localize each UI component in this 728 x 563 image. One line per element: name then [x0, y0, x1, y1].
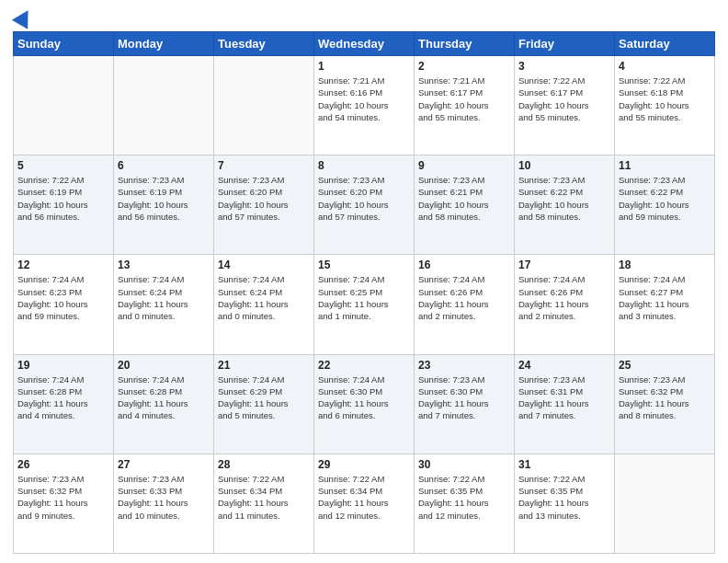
cell-info: Sunrise: 7:24 AM Sunset: 6:25 PM Dayligh… [318, 273, 410, 322]
cell-info: Sunrise: 7:23 AM Sunset: 6:30 PM Dayligh… [418, 373, 510, 422]
calendar-cell [114, 56, 214, 155]
calendar-cell: 10Sunrise: 7:23 AM Sunset: 6:22 PM Dayli… [515, 155, 615, 255]
day-number: 13 [118, 259, 210, 271]
calendar-cell: 31Sunrise: 7:22 AM Sunset: 6:35 PM Dayli… [515, 454, 615, 553]
calendar-cell: 21Sunrise: 7:24 AM Sunset: 6:29 PM Dayli… [214, 354, 314, 454]
day-header-saturday: Saturday [615, 32, 715, 56]
day-number: 9 [418, 159, 510, 172]
cell-info: Sunrise: 7:23 AM Sunset: 6:21 PM Dayligh… [418, 174, 510, 223]
day-number: 31 [518, 458, 610, 471]
calendar-cell: 17Sunrise: 7:24 AM Sunset: 6:26 PM Dayli… [515, 255, 615, 354]
calendar-cell: 1Sunrise: 7:21 AM Sunset: 6:16 PM Daylig… [314, 56, 415, 155]
calendar-cell: 19Sunrise: 7:24 AM Sunset: 6:28 PM Dayli… [14, 354, 114, 454]
calendar-week-4: 19Sunrise: 7:24 AM Sunset: 6:28 PM Dayli… [14, 354, 715, 454]
cell-info: Sunrise: 7:23 AM Sunset: 6:32 PM Dayligh… [619, 373, 711, 422]
cell-info: Sunrise: 7:23 AM Sunset: 6:33 PM Dayligh… [118, 473, 210, 522]
calendar-cell: 28Sunrise: 7:22 AM Sunset: 6:34 PM Dayli… [214, 454, 314, 553]
day-header-monday: Monday [114, 32, 214, 56]
day-number: 19 [17, 359, 109, 372]
cell-info: Sunrise: 7:23 AM Sunset: 6:20 PM Dayligh… [318, 174, 410, 223]
cell-info: Sunrise: 7:22 AM Sunset: 6:18 PM Dayligh… [619, 75, 711, 123]
day-header-wednesday: Wednesday [314, 32, 415, 56]
day-number: 21 [218, 359, 310, 372]
calendar-cell: 27Sunrise: 7:23 AM Sunset: 6:33 PM Dayli… [114, 454, 214, 553]
cell-info: Sunrise: 7:22 AM Sunset: 6:19 PM Dayligh… [17, 174, 109, 223]
cell-info: Sunrise: 7:24 AM Sunset: 6:26 PM Dayligh… [418, 273, 510, 322]
calendar-cell: 6Sunrise: 7:23 AM Sunset: 6:19 PM Daylig… [114, 155, 214, 255]
logo [13, 9, 33, 26]
day-number: 24 [518, 359, 610, 372]
day-number: 23 [418, 359, 510, 372]
cell-info: Sunrise: 7:24 AM Sunset: 6:30 PM Dayligh… [318, 373, 410, 422]
cell-info: Sunrise: 7:22 AM Sunset: 6:35 PM Dayligh… [518, 473, 610, 522]
day-number: 4 [619, 60, 711, 73]
calendar-cell: 13Sunrise: 7:24 AM Sunset: 6:24 PM Dayli… [114, 255, 214, 354]
calendar-cell: 11Sunrise: 7:23 AM Sunset: 6:22 PM Dayli… [615, 155, 715, 255]
calendar-cell: 5Sunrise: 7:22 AM Sunset: 6:19 PM Daylig… [14, 155, 114, 255]
calendar-cell [14, 56, 114, 155]
calendar-cell: 26Sunrise: 7:23 AM Sunset: 6:32 PM Dayli… [14, 454, 114, 553]
cell-info: Sunrise: 7:24 AM Sunset: 6:28 PM Dayligh… [118, 373, 210, 422]
calendar-cell: 23Sunrise: 7:23 AM Sunset: 6:30 PM Dayli… [415, 354, 515, 454]
day-number: 6 [118, 159, 210, 172]
cell-info: Sunrise: 7:22 AM Sunset: 6:34 PM Dayligh… [318, 473, 410, 522]
calendar-cell: 25Sunrise: 7:23 AM Sunset: 6:32 PM Dayli… [615, 354, 715, 454]
calendar-cell: 2Sunrise: 7:21 AM Sunset: 6:17 PM Daylig… [415, 56, 515, 155]
day-number: 27 [118, 458, 210, 471]
day-number: 30 [418, 458, 510, 471]
day-number: 16 [418, 259, 510, 271]
logo-triangle-icon [12, 6, 36, 29]
cell-info: Sunrise: 7:24 AM Sunset: 6:24 PM Dayligh… [118, 273, 210, 322]
cell-info: Sunrise: 7:22 AM Sunset: 6:34 PM Dayligh… [218, 473, 310, 522]
calendar-week-2: 5Sunrise: 7:22 AM Sunset: 6:19 PM Daylig… [14, 155, 715, 255]
calendar-week-1: 1Sunrise: 7:21 AM Sunset: 6:16 PM Daylig… [14, 56, 715, 155]
cell-info: Sunrise: 7:24 AM Sunset: 6:26 PM Dayligh… [518, 273, 610, 322]
day-number: 11 [619, 159, 711, 172]
day-number: 12 [17, 259, 109, 271]
calendar-cell: 4Sunrise: 7:22 AM Sunset: 6:18 PM Daylig… [615, 56, 715, 155]
cell-info: Sunrise: 7:23 AM Sunset: 6:31 PM Dayligh… [518, 373, 610, 422]
cell-info: Sunrise: 7:23 AM Sunset: 6:22 PM Dayligh… [619, 174, 711, 223]
calendar-cell: 24Sunrise: 7:23 AM Sunset: 6:31 PM Dayli… [515, 354, 615, 454]
day-header-thursday: Thursday [415, 32, 515, 56]
calendar-cell: 18Sunrise: 7:24 AM Sunset: 6:27 PM Dayli… [615, 255, 715, 354]
day-number: 2 [418, 60, 510, 73]
calendar-cell: 7Sunrise: 7:23 AM Sunset: 6:20 PM Daylig… [214, 155, 314, 255]
cell-info: Sunrise: 7:24 AM Sunset: 6:27 PM Dayligh… [619, 273, 711, 322]
day-number: 5 [17, 159, 109, 172]
day-number: 7 [218, 159, 310, 172]
calendar-cell: 30Sunrise: 7:22 AM Sunset: 6:35 PM Dayli… [415, 454, 515, 553]
day-number: 29 [318, 458, 410, 471]
cell-info: Sunrise: 7:24 AM Sunset: 6:24 PM Dayligh… [218, 273, 310, 322]
header [13, 9, 715, 26]
calendar-header-row: SundayMondayTuesdayWednesdayThursdayFrid… [14, 32, 715, 56]
day-number: 22 [318, 359, 410, 372]
calendar-week-5: 26Sunrise: 7:23 AM Sunset: 6:32 PM Dayli… [14, 454, 715, 553]
cell-info: Sunrise: 7:24 AM Sunset: 6:28 PM Dayligh… [17, 373, 109, 422]
calendar-cell: 12Sunrise: 7:24 AM Sunset: 6:23 PM Dayli… [14, 255, 114, 354]
calendar-table: SundayMondayTuesdayWednesdayThursdayFrid… [13, 31, 715, 554]
day-header-friday: Friday [515, 32, 615, 56]
calendar-cell: 16Sunrise: 7:24 AM Sunset: 6:26 PM Dayli… [415, 255, 515, 354]
day-header-tuesday: Tuesday [214, 32, 314, 56]
day-number: 28 [218, 458, 310, 471]
day-number: 15 [318, 259, 410, 271]
calendar-cell: 22Sunrise: 7:24 AM Sunset: 6:30 PM Dayli… [314, 354, 415, 454]
logo-text [13, 9, 33, 26]
day-header-sunday: Sunday [14, 32, 114, 56]
calendar-cell: 29Sunrise: 7:22 AM Sunset: 6:34 PM Dayli… [314, 454, 415, 553]
cell-info: Sunrise: 7:23 AM Sunset: 6:20 PM Dayligh… [218, 174, 310, 223]
day-number: 8 [318, 159, 410, 172]
calendar-cell: 20Sunrise: 7:24 AM Sunset: 6:28 PM Dayli… [114, 354, 214, 454]
day-number: 25 [619, 359, 711, 372]
day-number: 3 [518, 60, 610, 73]
calendar-cell: 14Sunrise: 7:24 AM Sunset: 6:24 PM Dayli… [214, 255, 314, 354]
day-number: 14 [218, 259, 310, 271]
cell-info: Sunrise: 7:24 AM Sunset: 6:23 PM Dayligh… [17, 273, 109, 322]
day-number: 10 [518, 159, 610, 172]
cell-info: Sunrise: 7:23 AM Sunset: 6:32 PM Dayligh… [17, 473, 109, 522]
calendar-cell: 9Sunrise: 7:23 AM Sunset: 6:21 PM Daylig… [415, 155, 515, 255]
calendar-cell: 3Sunrise: 7:22 AM Sunset: 6:17 PM Daylig… [515, 56, 615, 155]
cell-info: Sunrise: 7:21 AM Sunset: 6:16 PM Dayligh… [318, 75, 410, 123]
calendar-cell: 8Sunrise: 7:23 AM Sunset: 6:20 PM Daylig… [314, 155, 415, 255]
